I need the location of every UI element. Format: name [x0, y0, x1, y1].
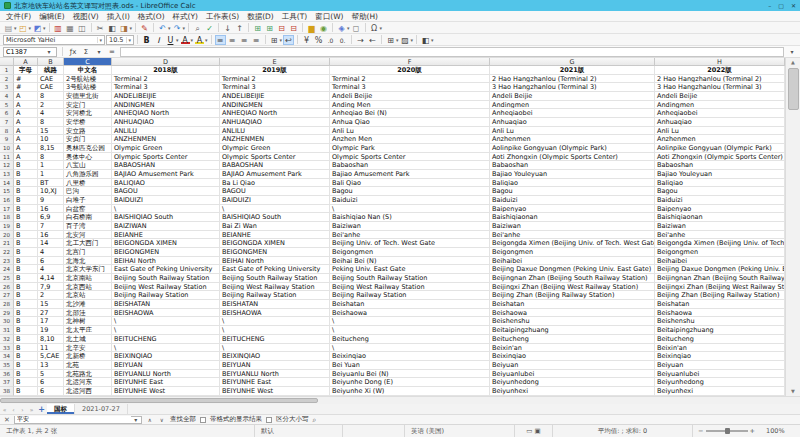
- cell[interactable]: BABAOSHAN: [220, 161, 330, 170]
- cell[interactable]: Beijing Daxue Dongmen (Peking Univ. East…: [490, 265, 655, 274]
- expand-formula-bar-icon[interactable]: ▾: [787, 48, 797, 55]
- cell[interactable]: B: [14, 361, 38, 370]
- insert-image-icon[interactable]: ◉: [318, 23, 329, 33]
- search-icon[interactable]: ⌕: [312, 416, 316, 424]
- chevron-down-icon[interactable]: ▾: [168, 25, 171, 31]
- cell[interactable]: #: [14, 83, 38, 92]
- clone-formatting-icon[interactable]: ✎: [139, 23, 150, 33]
- cell[interactable]: BEIXINQIAO: [112, 352, 220, 361]
- split-window-icon[interactable]: ◻: [351, 23, 362, 33]
- cell[interactable]: B: [14, 222, 38, 231]
- row-header-13[interactable]: 13: [0, 170, 14, 179]
- cell[interactable]: Terminal 2: [112, 75, 220, 84]
- cell[interactable]: Anheqiao Bei (N): [330, 109, 490, 118]
- paste-icon[interactable]: ◨: [119, 23, 130, 33]
- row-header-4[interactable]: 4: [0, 92, 14, 101]
- insert-row-icon[interactable]: ⊞: [252, 23, 263, 33]
- font-size-combo[interactable]: 10.5 ▾: [106, 35, 134, 45]
- cell[interactable]: BEIYUANLU North: [112, 370, 220, 379]
- add-decimal-icon[interactable]: .0: [325, 35, 336, 45]
- zoom-out-icon[interactable]: −: [698, 427, 703, 435]
- cell[interactable]: BEIYUAN: [220, 361, 330, 370]
- close-button[interactable]: ✕: [791, 2, 796, 9]
- name-box-input[interactable]: [4, 48, 44, 56]
- cell[interactable]: Bei'anhe: [330, 231, 490, 240]
- cell[interactable]: 2号航站楼: [64, 75, 112, 84]
- cell[interactable]: B: [14, 344, 38, 353]
- cell[interactable]: 安贞门: [64, 135, 112, 144]
- cell[interactable]: BEITUCHENG: [112, 335, 220, 344]
- row-header-2[interactable]: 2: [0, 75, 14, 84]
- cell[interactable]: 4: [38, 109, 64, 118]
- cell[interactable]: B: [14, 213, 38, 222]
- row-header-18[interactable]: 18: [0, 213, 14, 222]
- cell[interactable]: 北京南站: [64, 274, 112, 283]
- zoom-thumb[interactable]: [725, 428, 730, 434]
- cell[interactable]: Beijing Railway Station: [330, 291, 490, 300]
- background-color-icon[interactable]: ▨: [400, 35, 411, 45]
- delete-row-icon[interactable]: ⊟: [276, 23, 287, 33]
- first-sheet-icon[interactable]: «: [0, 406, 9, 413]
- cell[interactable]: CAE: [38, 75, 64, 84]
- cell[interactable]: 八宝山: [64, 161, 112, 170]
- cell[interactable]: Anheqiaobei: [655, 109, 785, 118]
- cell[interactable]: Baiduizi: [655, 196, 785, 205]
- row-header-9[interactable]: 9: [0, 135, 14, 144]
- cell[interactable]: 八里桥: [64, 179, 112, 188]
- cell[interactable]: B: [14, 205, 38, 214]
- cell[interactable]: Baipenyao: [655, 205, 785, 214]
- cell[interactable]: Andeli Beijie: [490, 92, 655, 101]
- cell[interactable]: B: [14, 170, 38, 179]
- cell[interactable]: Terminal 3: [220, 83, 330, 92]
- cell[interactable]: \: [330, 326, 490, 335]
- horizontal-scroll-thumb[interactable]: [0, 398, 318, 403]
- cell[interactable]: Aoti Zhongxin (Olympic Sports Center): [655, 153, 785, 162]
- cell[interactable]: A: [14, 135, 38, 144]
- cell[interactable]: B: [14, 370, 38, 379]
- cell[interactable]: Baishiqiao Nan (S): [330, 213, 490, 222]
- cell[interactable]: 北京大学东门: [64, 265, 112, 274]
- cell[interactable]: Aoti Zhongxin (Olympic Sports Center): [490, 153, 655, 162]
- cell[interactable]: 15: [38, 300, 64, 309]
- cell[interactable]: A: [14, 144, 38, 153]
- cell[interactable]: ANZHENMEN: [220, 135, 330, 144]
- chevron-down-icon[interactable]: ▾: [431, 37, 434, 43]
- cell[interactable]: Beiyunhexi: [490, 387, 655, 396]
- cell[interactable]: BAISHIQIAO South: [112, 213, 220, 222]
- chevron-down-icon[interactable]: ▾: [14, 25, 17, 31]
- cell[interactable]: B: [14, 309, 38, 318]
- menu-item-10[interactable]: 帮助(H): [348, 11, 383, 22]
- cell[interactable]: BAJIAO Amusement Park: [112, 170, 220, 179]
- menu-item-7[interactable]: 数据(D): [243, 11, 278, 22]
- cell[interactable]: 8: [38, 118, 64, 127]
- cell[interactable]: ANLILU: [112, 127, 220, 136]
- column-header-G[interactable]: G: [490, 58, 655, 66]
- undo-icon[interactable]: ↶: [157, 23, 168, 33]
- cell[interactable]: \: [112, 326, 220, 335]
- cell[interactable]: 奥林匹克公园: [64, 144, 112, 153]
- cell[interactable]: 八角游乐园: [64, 170, 112, 179]
- cell[interactable]: Anli Lu: [330, 127, 490, 136]
- cell[interactable]: B: [14, 352, 38, 361]
- cell[interactable]: Anhua Qiao: [330, 118, 490, 127]
- menu-item-9[interactable]: 窗口(W): [311, 11, 347, 22]
- formula-input-line[interactable]: [120, 47, 784, 57]
- chevron-down-icon[interactable]: ▾: [43, 25, 46, 31]
- row-header-31[interactable]: 31: [0, 326, 14, 335]
- cell[interactable]: BAGOU: [220, 187, 330, 196]
- cell[interactable]: BEISHAOWA: [112, 309, 220, 318]
- cell[interactable]: Beijing Univ. of Tech. West Gate: [330, 239, 490, 248]
- column-header-H[interactable]: H: [655, 58, 785, 66]
- cell[interactable]: 19: [38, 326, 64, 335]
- bold-icon[interactable]: B: [141, 35, 152, 45]
- row-header-6[interactable]: 6: [0, 109, 14, 118]
- cell[interactable]: B: [14, 196, 38, 205]
- cell[interactable]: BEITUCHENG: [220, 335, 330, 344]
- cell[interactable]: East Gate of Peking University: [112, 265, 220, 274]
- cell[interactable]: ANHUAQIAO: [112, 118, 220, 127]
- cell[interactable]: Beijing Daxue Dongmen (Peking Univ. East…: [655, 265, 785, 274]
- cell[interactable]: Baishiqiaonan: [655, 213, 785, 222]
- cell[interactable]: Beijing South Railway Station: [330, 274, 490, 283]
- cell[interactable]: 2022版: [655, 66, 785, 75]
- cell[interactable]: Beijing West Railway Station: [220, 283, 330, 292]
